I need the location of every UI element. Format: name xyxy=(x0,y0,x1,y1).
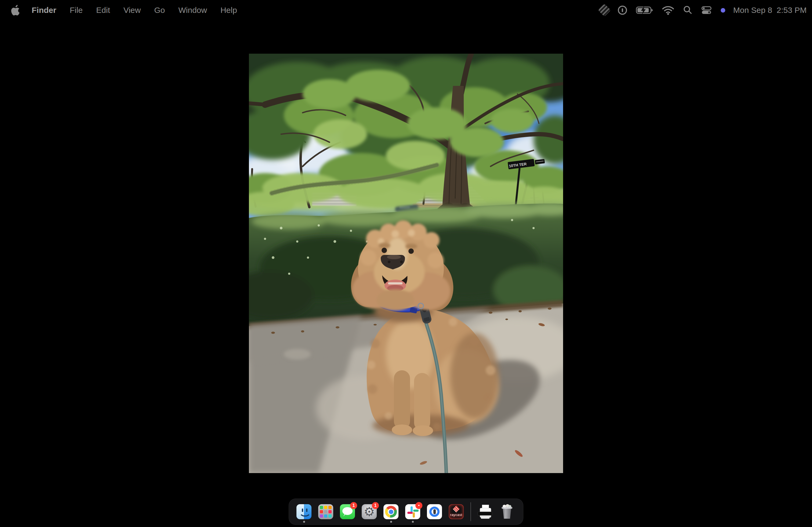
focus-indicator-dot[interactable] xyxy=(721,0,725,20)
printer-icon xyxy=(478,504,493,519)
apple-logo-icon xyxy=(11,5,20,16)
menu-app-name[interactable]: Finder xyxy=(32,6,56,15)
control-center-icon[interactable] xyxy=(701,0,713,20)
menu-bar: Finder File Edit View Go Window Help xyxy=(0,0,812,20)
photo-viewer: 10TH TER xyxy=(249,54,563,473)
launchpad-icon xyxy=(318,504,333,519)
dock-item-chrome[interactable] xyxy=(383,504,398,519)
running-indicator xyxy=(412,521,414,523)
dock-item-finder[interactable] xyxy=(296,504,311,519)
raycast-label: raycast xyxy=(450,513,462,517)
settings-badge: 1 xyxy=(372,502,379,509)
wifi-icon[interactable] xyxy=(662,0,675,20)
control-center-glyph-icon xyxy=(701,5,713,16)
slack-badge: • xyxy=(416,502,422,509)
menu-bar-clock[interactable]: Mon Sep 8 2:53 PM xyxy=(733,6,807,15)
menu-edit[interactable]: Edit xyxy=(96,6,110,15)
dog-photo: 10TH TER xyxy=(249,54,563,473)
menu-help[interactable]: Help xyxy=(220,6,237,15)
running-indicator xyxy=(303,521,305,523)
dock-item-printer[interactable] xyxy=(478,504,493,519)
raycast-icon: raycast xyxy=(449,504,464,519)
dock-item-slack[interactable]: • xyxy=(405,504,420,519)
dock-item-trash[interactable] xyxy=(499,504,514,519)
raycast-logo-icon xyxy=(453,506,460,512)
dock-item-1password[interactable] xyxy=(427,504,442,519)
battery-charging-icon[interactable] xyxy=(636,0,654,20)
messages-badge: 1 xyxy=(350,502,357,509)
trash-full-icon xyxy=(499,504,514,519)
chrome-icon xyxy=(383,504,398,519)
onepassword-icon xyxy=(427,504,442,519)
dock: 1 ⚙ 1 • xyxy=(289,499,523,525)
finder-icon xyxy=(296,504,311,519)
running-indicator xyxy=(390,521,392,523)
dock-divider xyxy=(470,502,471,521)
menu-view[interactable]: View xyxy=(124,6,141,15)
dock-item-raycast[interactable]: raycast xyxy=(449,504,464,519)
wifi-glyph-icon xyxy=(662,5,675,16)
onepassword-glyph-icon xyxy=(617,5,628,16)
hatched-pointer-icon[interactable] xyxy=(600,0,609,20)
menu-window[interactable]: Window xyxy=(178,6,207,15)
dock-item-messages[interactable]: 1 xyxy=(340,504,355,519)
menu-bar-left: Finder File Edit View Go Window Help xyxy=(0,5,250,16)
menu-go[interactable]: Go xyxy=(154,6,165,15)
spotlight-search-icon[interactable] xyxy=(683,0,693,20)
battery-glyph-icon xyxy=(636,5,654,16)
search-glyph-icon xyxy=(683,5,693,16)
onepassword-menu-icon[interactable] xyxy=(617,0,628,20)
dock-item-system-settings[interactable]: ⚙ 1 xyxy=(362,504,377,519)
desktop: Finder File Edit View Go Window Help xyxy=(0,0,812,527)
dock-item-launchpad[interactable] xyxy=(318,504,333,519)
apple-menu-icon[interactable] xyxy=(11,5,20,16)
menu-bar-status: Mon Sep 8 2:53 PM xyxy=(600,0,807,20)
menu-file[interactable]: File xyxy=(70,6,83,15)
